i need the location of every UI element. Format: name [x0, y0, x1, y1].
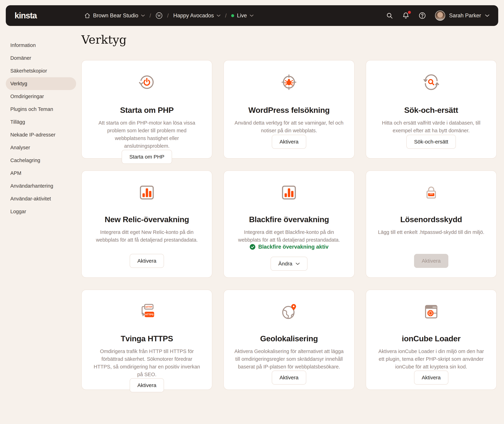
sidebar-item-tillagg[interactable]: Tillägg	[6, 116, 76, 128]
home-icon	[84, 12, 90, 19]
activate-wp-debugging-button[interactable]: Aktivera	[272, 135, 306, 149]
navbar-actions: Sarah Parker	[386, 11, 490, 21]
card-search-replace: Sök-och-ersätt Hitta och ersätt valfritt…	[366, 60, 497, 159]
breadcrumb-site-label: Happy Avocados	[173, 12, 214, 19]
card-title: Starta om PHP	[120, 106, 174, 115]
sidebar-item-nekade-ip-adresser[interactable]: Nekade IP-adresser	[6, 128, 76, 141]
chevron-down-icon	[296, 262, 300, 265]
sidebar-item-domaner[interactable]: Domäner	[6, 52, 76, 64]
card-description: Hitta och ersätt valfritt värde i databa…	[376, 119, 486, 134]
card-ioncube-loader: ionCube Loader Aktivera ionCube Loader i…	[366, 290, 497, 390]
card-title: Tvinga HTTPS	[121, 334, 173, 343]
breadcrumb: Brown Bear Studio / W / Happy Avocados /…	[84, 12, 254, 19]
sidebar-item-cachelagring[interactable]: Cachelagring	[6, 154, 76, 167]
card-description: Lägg till ett enkelt .htpasswd-skydd til…	[378, 228, 484, 236]
card-title: Sök-och-ersätt	[404, 106, 458, 115]
sidebar-item-analyser[interactable]: Analyser	[6, 141, 76, 154]
button-label: Ändra	[278, 261, 292, 267]
sidebar-item-loggar[interactable]: Loggar	[6, 205, 76, 218]
breadcrumb-separator: /	[149, 12, 152, 19]
sidebar-item-verktyg[interactable]: Verktyg	[6, 77, 76, 90]
card-geolocation: Geolokalisering Aktivera Geolokalisering…	[224, 290, 354, 390]
help-icon	[419, 12, 426, 19]
bar-chart-icon	[280, 184, 298, 201]
sidebar-item-omdirigeringar[interactable]: Omdirigeringar	[6, 90, 76, 103]
card-description: Aktivera Geolokalisering för alternative…	[234, 347, 344, 371]
search-replace-button[interactable]: Sök-och-ersätt	[406, 135, 456, 149]
sidebar-item-plugins-och-teman[interactable]: Plugins och Teman	[6, 103, 76, 116]
card-title: Lösenordsskydd	[400, 215, 462, 224]
chevron-down-icon	[141, 14, 145, 17]
restart-php-button[interactable]: Starta om PHP	[122, 150, 172, 164]
sidebar-item-information[interactable]: Information	[6, 39, 76, 52]
activate-force-https-button[interactable]: Aktivera	[130, 378, 164, 392]
card-title: Geolokalisering	[260, 334, 318, 343]
browser-loader-icon	[422, 303, 440, 320]
lock-asterisks: ***	[430, 193, 433, 196]
sidebar-item-anvandar-aktivitet[interactable]: Användar-aktivitet	[6, 192, 76, 205]
http-label: HTTP	[146, 306, 152, 308]
activate-new-relic-button[interactable]: Aktivera	[130, 254, 164, 268]
card-force-https: HTTP HTTPS Tvinga HTTPS Omdirigera trafi…	[81, 290, 212, 390]
wordpress-icon[interactable]: W	[156, 12, 163, 19]
card-blackfire: Blackfire övervakning Integrera ditt ege…	[224, 170, 354, 278]
https-label: HTTPS	[145, 313, 154, 316]
sidebar-item-anvandarhantering[interactable]: Användarhantering	[6, 180, 76, 192]
breadcrumb-site[interactable]: Happy Avocados	[173, 12, 220, 19]
sidebar-item-apm[interactable]: APM	[6, 167, 76, 180]
sidebar-item-sakerhetskopior[interactable]: Säkerhetskopior	[6, 64, 76, 77]
bug-target-icon	[280, 73, 298, 91]
password-lock-icon: ***	[422, 184, 440, 201]
top-navbar: kinsta Brown Bear Studio / W / Happy Avo…	[6, 5, 498, 26]
restart-icon	[138, 73, 156, 91]
card-description: Integrera ditt eget New Relic-konto på d…	[92, 228, 202, 244]
card-description: Integrera ditt eget Blackfire-konto på d…	[234, 228, 344, 244]
check-circle-icon	[249, 244, 255, 250]
avatar	[435, 11, 445, 21]
activate-geolocation-button[interactable]: Aktivera	[272, 371, 306, 385]
card-description: Aktivera ionCube Loader i din miljö om d…	[376, 347, 486, 371]
environment-label: Live	[237, 12, 247, 19]
notification-badge	[408, 11, 411, 14]
svg-text:W: W	[157, 13, 161, 18]
chevron-down-icon	[485, 14, 490, 17]
help-button[interactable]	[419, 12, 426, 19]
breadcrumb-separator: /	[166, 12, 169, 19]
search-icon	[386, 12, 393, 19]
card-new-relic: New Relic-övervakning Integrera ditt ege…	[81, 170, 212, 278]
kinsta-logo[interactable]: kinsta	[14, 11, 37, 20]
http-to-https-icon: HTTP HTTPS	[138, 303, 156, 320]
chevron-down-icon	[250, 14, 254, 17]
activate-ioncube-button[interactable]: Aktivera	[414, 371, 448, 385]
bar-chart-icon	[138, 184, 156, 201]
environment-selector[interactable]: Live	[231, 12, 254, 19]
card-restart-php: Starta om PHP Att starta om din PHP-moto…	[81, 60, 212, 159]
card-title: ionCube Loader	[402, 334, 461, 343]
notifications-button[interactable]	[402, 12, 409, 19]
activate-password-protection-button: Aktivera	[414, 254, 448, 268]
card-title: New Relic-övervakning	[105, 215, 189, 224]
breadcrumb-company[interactable]: Brown Bear Studio	[84, 12, 145, 19]
sidebar: Information Domäner Säkerhetskopior Verk…	[6, 39, 76, 218]
card-description: Att starta om din PHP-motor kan lösa vis…	[92, 119, 202, 150]
globe-pin-icon	[280, 303, 298, 320]
card-description: Omdirigera trafik från HTTP till HTTPS f…	[92, 347, 202, 378]
chevron-down-icon	[217, 14, 220, 17]
live-status-dot	[231, 14, 234, 17]
card-title: WordPress felsökning	[248, 106, 329, 115]
card-password-protection: *** Lösenordsskydd Lägg till ett enkelt …	[366, 170, 497, 278]
tools-grid: Starta om PHP Att starta om din PHP-moto…	[81, 60, 497, 390]
status-label: Blackfire övervakning aktiv	[258, 244, 328, 250]
blackfire-active-status: Blackfire övervakning aktiv	[249, 244, 328, 250]
breadcrumb-separator: /	[224, 12, 227, 19]
breadcrumb-company-label: Brown Bear Studio	[93, 12, 138, 19]
card-wordpress-debugging: WordPress felsökning Använd detta verkty…	[224, 60, 354, 159]
change-blackfire-button[interactable]: Ändra	[271, 257, 307, 271]
main-content: Verktyg Starta om PHP Att starta om din …	[81, 31, 497, 390]
card-title: Blackfire övervakning	[249, 215, 329, 224]
card-description: Använd detta verktyg för att se varninga…	[234, 119, 344, 134]
page-title: Verktyg	[81, 33, 497, 46]
search-button[interactable]	[386, 12, 393, 19]
user-name: Sarah Parker	[449, 12, 481, 19]
user-menu[interactable]: Sarah Parker	[435, 11, 490, 21]
